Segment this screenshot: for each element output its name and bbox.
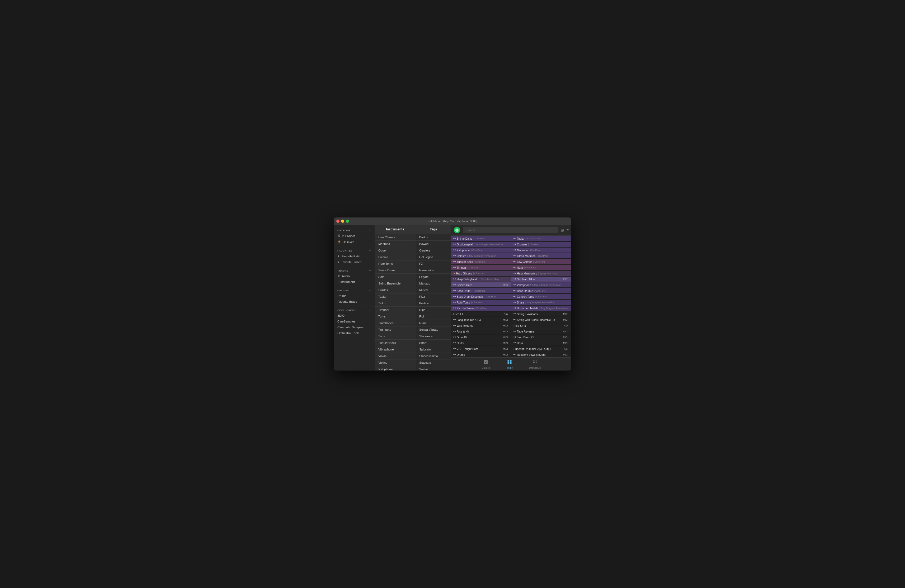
patch-link-icon: ⚯ xyxy=(453,306,456,310)
patch-row[interactable]: ⚯ Guitar MIDI ⚯ Bass MIDI xyxy=(451,340,571,346)
instrument-item-snare-drum[interactable]: Snare Drum xyxy=(375,267,416,274)
sidebar-item-8dio[interactable]: 8DIO xyxy=(334,313,375,319)
patch-row[interactable]: ⚯ VSL Upright Bass MIDI Superior Drummer… xyxy=(451,346,571,352)
spotify-icon xyxy=(454,227,460,233)
patch-row[interactable]: ⚯ Long Textures & FX MIDI ⚯ String with … xyxy=(451,317,571,323)
patch-row[interactable]: ⚯ Glockenspiel | Jory Burgess Percussion… xyxy=(451,241,571,247)
menu-icon[interactable]: ≡ xyxy=(567,228,568,232)
patch-row[interactable]: ⚯ Shime Daiko | CinePerc ⚯ Tabla | Drums… xyxy=(451,236,571,241)
edit-icon[interactable]: ⊞ xyxy=(561,228,564,232)
tag-item-fx[interactable]: FX xyxy=(416,260,451,267)
nav-project[interactable]: Project xyxy=(506,359,513,369)
patch-row[interactable]: ⚯ Tubular Bells | CinePerc ⚯ Low Chimes … xyxy=(451,259,571,265)
tag-item-clusters[interactable]: Clusters xyxy=(416,247,451,254)
tag-item-bowed[interactable]: Bowed xyxy=(416,241,451,247)
sidebar-item-unlinked[interactable]: ⚡ Unlinked xyxy=(334,239,375,245)
patch-row[interactable]: ⚯ Piccolo Snare | CinePerc ⚯ Unpitched M… xyxy=(451,305,571,311)
tag-item-marcato[interactable]: Marcato xyxy=(416,280,451,287)
nav-catalog[interactable]: Catalog xyxy=(482,359,490,369)
favorites-chevron-icon: ▾ xyxy=(369,249,371,252)
bottom-nav: Catalog Project Da xyxy=(451,357,571,371)
instrument-item-roto-toms[interactable]: Roto Toms xyxy=(375,260,416,267)
instrument-item-marimba[interactable]: Marimba xyxy=(375,241,416,247)
instrument-item-trombones[interactable]: Trombones xyxy=(375,320,416,326)
patch-row[interactable]: ⚯ Bass Drum Ensemble | CinePerc ⚯ Concer… xyxy=(451,294,571,300)
tag-item-spiccato[interactable]: Spiccato xyxy=(416,346,451,353)
instrument-item-string-ensemble[interactable]: String Ensemble xyxy=(375,280,416,287)
minimize-button[interactable] xyxy=(341,220,344,223)
sidebar-item-in-project[interactable]: ⌘ In Project xyxy=(334,233,375,239)
tags-header: Tags xyxy=(416,225,451,234)
sidebar-item-favorite-switch[interactable]: ♥ Favorite Switch xyxy=(334,259,375,265)
instrument-item-xylophone[interactable]: Xylophone xyxy=(375,366,416,371)
tag-item-short[interactable]: Short xyxy=(416,340,451,346)
patch-row[interactable]: ⚯ Spitfire Harp MIDI ⚯ Vibraphone | Jory… xyxy=(451,282,571,288)
tag-item-harmonics[interactable]: Harmonics xyxy=(416,267,451,274)
sidebar-item-drums[interactable]: Drums xyxy=(334,293,375,299)
tag-item-col-legno[interactable]: Col Legno xyxy=(416,254,451,260)
instrument-item-solo[interactable]: Solo xyxy=(375,274,416,280)
sidebar-item-orchestral-tools[interactable]: Orchestral Tools xyxy=(334,330,375,336)
patch-row[interactable]: ⚯ Xylophone | CinePerc ⚯ Marimba | CineP… xyxy=(451,247,571,253)
instrument-item-piccolo[interactable]: Piccolo xyxy=(375,254,416,260)
patch-row[interactable]: ⚯ Celeste | Jory Burgess Percussion ⚯ Gl… xyxy=(451,253,571,259)
instrument-item-oboe[interactable]: Oboe xyxy=(375,247,416,254)
search-input[interactable] xyxy=(463,227,558,233)
instrument-item-violas[interactable]: Violas xyxy=(375,353,416,360)
instrument-item-vibraphone[interactable]: Vibraphone xyxy=(375,346,416,353)
tag-item-sforzando[interactable]: Sforzando xyxy=(416,333,451,340)
star-icon: ★ xyxy=(337,254,340,258)
sidebar-item-cinesamples[interactable]: CineSamples xyxy=(334,319,375,324)
patch-row[interactable]: ⚯ Bass Drum 1 | CinePerc ⚯ Bass Drum 2 |… xyxy=(451,288,571,294)
patch-row[interactable]: ⚯ Wild Textures MIDI Rise & Hit Aux xyxy=(451,323,571,328)
sidebar-item-instrument[interactable]: ♪ Instrument xyxy=(334,279,375,285)
close-button[interactable] xyxy=(337,220,340,223)
patch-link-icon: ⚯ xyxy=(453,324,456,327)
patch-row[interactable]: ⚯ Drum Kit MIDI ⚯ Jazz Drum Kit MIDI xyxy=(451,334,571,340)
tag-item-staccato[interactable]: Staccato xyxy=(416,360,451,366)
patch-link-icon: ⚯ xyxy=(513,330,516,333)
tag-item-bartok[interactable]: Bartok xyxy=(416,234,451,241)
instrument-item-tubular-bells[interactable]: Tubular Bells xyxy=(375,340,416,346)
sidebar-item-cinematic-samples[interactable]: Cinematic Samples xyxy=(334,324,375,330)
instrument-item-surdos[interactable]: Surdos xyxy=(375,287,416,293)
sidebar: CATALOG ▾ ⌘ In Project ⚡ Unlinked FAVORI… xyxy=(334,225,375,371)
sidebar-item-favorite-patch[interactable]: ★ Favorite Patch xyxy=(334,253,375,259)
tag-item-portato[interactable]: Portato xyxy=(416,300,451,307)
tag-item-roll[interactable]: Roll xyxy=(416,313,451,320)
mic-icon: 🎙 xyxy=(337,274,340,277)
maximize-button[interactable] xyxy=(346,220,349,223)
patch-link-icon: ⚯ xyxy=(453,295,456,298)
instrument-item-toms[interactable]: Toms xyxy=(375,313,416,320)
instrument-item-violins[interactable]: Violins xyxy=(375,360,416,366)
tag-item-legato[interactable]: Legato xyxy=(416,274,451,280)
tag-item-staccatissimo[interactable]: Staccatissimo xyxy=(416,353,451,360)
tags-column: Tags Bartok Bowed Clusters Col Legno FX … xyxy=(416,225,451,371)
tag-item-rips[interactable]: Rips xyxy=(416,307,451,313)
patch-row[interactable]: Orch FX Aux ⚯ String Evolutions MIDI xyxy=(451,311,571,317)
instrument-item-low-chimes[interactable]: Low Chimes xyxy=(375,234,416,241)
tag-item-runs[interactable]: Runs xyxy=(416,320,451,326)
sidebar-item-audio[interactable]: 🎙 Audio xyxy=(334,273,375,279)
instrument-item-tuba[interactable]: Tuba xyxy=(375,333,416,340)
tracks-chevron-icon: ▾ xyxy=(369,269,371,272)
instrument-item-tabla[interactable]: Tabla xyxy=(375,293,416,300)
patch-row[interactable]: ⚯ Drums MIDI ⚯ Requiem Vowels (Men) MIDI xyxy=(451,352,571,357)
patch-row[interactable]: ● Harp Glisses | CineHarp ⚯ Harp Harmoni… xyxy=(451,271,571,276)
nav-dashboard[interactable]: Dashboard xyxy=(529,359,541,369)
patch-row[interactable]: ⚯ Roto Toms | CinePerc ⚯ Snare | Jory Bu… xyxy=(451,300,571,305)
tag-item-sustain[interactable]: Sustain xyxy=(416,366,451,371)
tag-item-pizz[interactable]: Pizz xyxy=(416,293,451,300)
sidebar-item-favorite-brass[interactable]: Favorite Brass xyxy=(334,299,375,304)
instrument-item-taiko[interactable]: Taiko xyxy=(375,300,416,307)
patch-row[interactable]: ⚯ Rise & Hit MIDI ⚯ Tape Reverse MIDI xyxy=(451,328,571,334)
patch-link-icon: ⚯ xyxy=(513,260,516,263)
instrument-item-timpani[interactable]: Timpani xyxy=(375,307,416,313)
patch-row[interactable]: ⚯ Timpani | CinePerc ⚯ Harp | CineHarp xyxy=(451,265,571,271)
tag-item-senza-vibrato[interactable]: Senza Vibrato xyxy=(416,326,451,333)
tag-item-muted[interactable]: Muted xyxy=(416,287,451,293)
patch-row[interactable]: ⚯ Harp Bisbigliando | Symphonic Harp ⚯ S… xyxy=(451,276,571,282)
patch-link-icon: ⚯ xyxy=(513,312,516,315)
tracks-section-header: TRACKS ▾ xyxy=(334,267,375,273)
instrument-item-trumpets[interactable]: Trumpets xyxy=(375,326,416,333)
